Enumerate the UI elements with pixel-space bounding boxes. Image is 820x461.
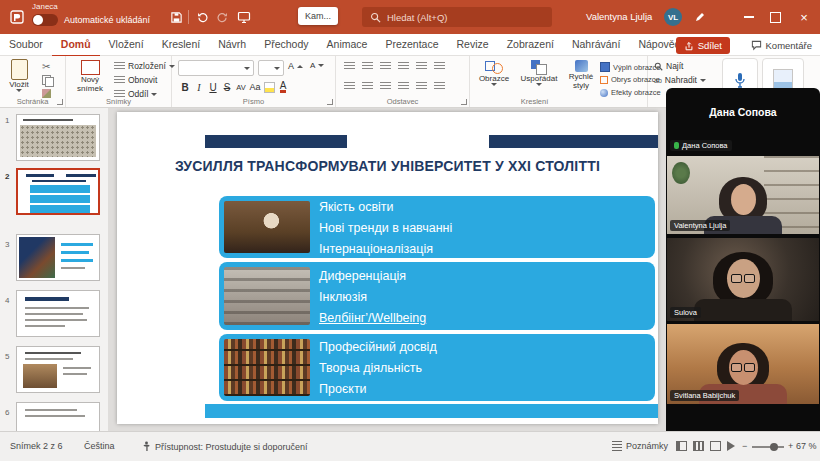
notes-label: Poznámky	[626, 441, 668, 451]
quick-styles-label1: Rychlé	[569, 72, 593, 81]
clipboard-dialog-launcher[interactable]	[57, 99, 63, 105]
reset-icon	[114, 76, 125, 85]
font-size-field[interactable]	[258, 60, 284, 76]
increase-indent-icon[interactable]	[398, 62, 409, 71]
align-right-icon[interactable]	[380, 82, 391, 91]
bullets-icon[interactable]	[344, 62, 355, 71]
shapes-button[interactable]: Obrazce	[474, 58, 514, 86]
slideshow-icon[interactable]	[727, 441, 735, 451]
box1-line2: Нові тренди в навчанні	[319, 218, 649, 239]
zoom-level[interactable]: 67 %	[796, 441, 817, 451]
shrink-font-button[interactable]: A	[310, 61, 324, 70]
font-name-field[interactable]	[178, 60, 254, 76]
slide-canvas[interactable]: ЗУСИЛЛЯ ТРАНСФОРМУВАТИ УНІВЕРСИТЕТ У XXI…	[117, 112, 658, 424]
comments-button[interactable]: Komentáře	[751, 37, 812, 54]
present-display-icon[interactable]	[236, 9, 252, 25]
line-spacing-icon[interactable]	[416, 62, 427, 71]
slide-title[interactable]: ЗУСИЛЛЯ ТРАНСФОРМУВАТИ УНІВЕРСИТЕТ У XXI…	[133, 158, 642, 174]
language-status[interactable]: Čeština	[84, 441, 115, 451]
tab-soubor[interactable]: Soubor	[0, 34, 52, 55]
font-dialog-launcher[interactable]	[327, 99, 333, 105]
clipboard-group-label: Schránka	[0, 97, 65, 106]
slide-thumbnail-2-selected[interactable]	[16, 168, 100, 215]
box2-line3-link[interactable]: Велбіінг’/Wellbeing	[319, 308, 649, 329]
decrease-indent-icon[interactable]	[380, 62, 391, 71]
normal-view-icon[interactable]	[676, 441, 687, 451]
tab-prezentace[interactable]: Prezentace	[376, 34, 447, 55]
slide-thumbnail-1[interactable]	[16, 114, 100, 161]
smartart-convert-icon[interactable]	[434, 82, 445, 91]
zoom-out-button[interactable]: −	[742, 441, 747, 451]
arrange-button[interactable]: Uspořádat	[516, 58, 562, 86]
tab-prechody[interactable]: Přechody	[255, 34, 317, 55]
new-slide-button[interactable]: Nový snímek	[72, 58, 108, 93]
search-box[interactable]: Hledat (Alt+Q)	[362, 7, 552, 27]
zoom-in-button[interactable]: +	[788, 441, 793, 451]
close-button[interactable]: ×	[788, 0, 820, 34]
grow-font-button[interactable]: A	[288, 61, 303, 71]
replace-button[interactable]: ab Nahradit	[654, 75, 706, 85]
reset-label: Obnovit	[128, 75, 157, 85]
tab-navrh[interactable]: Návrh	[209, 34, 255, 55]
slide-thumbnail-4[interactable]	[16, 290, 100, 337]
tab-nahravani[interactable]: Nahrávání	[563, 34, 629, 55]
align-center-icon[interactable]	[362, 82, 373, 91]
tab-vlozeni[interactable]: Vložení	[100, 34, 153, 55]
copy-button[interactable]	[42, 75, 52, 85]
slide-thumbnail-3[interactable]	[16, 234, 100, 281]
bold-button[interactable]: B	[178, 80, 192, 94]
autosave-toggle[interactable]	[32, 14, 58, 26]
character-spacing-button[interactable]: AV	[234, 80, 248, 94]
tab-animace[interactable]: Animace	[318, 34, 377, 55]
video-tile-svitlana[interactable]: Svitlana Babijchuk	[667, 324, 819, 404]
restore-button[interactable]	[762, 0, 788, 34]
user-name[interactable]: Valentyna Ljulja	[586, 11, 652, 22]
columns-icon[interactable]	[416, 82, 427, 91]
slide-thumbnail-6[interactable]	[16, 402, 100, 431]
reset-button[interactable]: Obnovit	[114, 75, 157, 85]
zoom-window-title: Дана Сопова	[666, 106, 820, 118]
quick-styles-button[interactable]: Rychlé styly	[564, 58, 598, 90]
tab-kresleni[interactable]: Kreslení	[153, 34, 210, 55]
redo-button[interactable]	[214, 9, 230, 25]
notes-button[interactable]: Poznámky	[612, 441, 668, 451]
slide-sorter-icon[interactable]	[693, 441, 704, 451]
find-button[interactable]: Najít	[654, 61, 683, 71]
content-box-1[interactable]: Якість освіти Нові тренди в навчанні Інт…	[219, 196, 655, 258]
highlight-button[interactable]	[262, 80, 276, 94]
minimize-button[interactable]	[736, 0, 762, 34]
content-box-2[interactable]: Диференціація Інклюзія Велбіінг’/Wellbei…	[219, 262, 655, 330]
reading-view-icon[interactable]	[710, 441, 721, 451]
zoom-slider-knob[interactable]	[770, 443, 778, 451]
save-button[interactable]	[168, 9, 184, 25]
paste-button[interactable]: Vložit	[4, 58, 34, 92]
tab-domu[interactable]: Domů	[52, 34, 100, 57]
video-tile-valentyna[interactable]: Valentyna Ljulja	[667, 156, 819, 234]
italic-button[interactable]: I	[192, 80, 206, 94]
paragraph-dialog-launcher[interactable]	[461, 99, 467, 105]
align-left-icon[interactable]	[344, 82, 355, 91]
bookshelf-photo	[224, 339, 310, 396]
find-icon	[654, 62, 663, 71]
zoom-slider[interactable]	[752, 446, 784, 448]
pen-icon[interactable]	[692, 9, 708, 25]
video-tile-sulova[interactable]: Sulova	[667, 238, 819, 321]
font-color-button[interactable]: A	[276, 80, 290, 94]
slide-thumbnail-5[interactable]	[16, 346, 100, 393]
change-case-button[interactable]: Aa	[248, 80, 262, 94]
undo-button[interactable]	[194, 9, 210, 25]
accessibility-status[interactable]: Přístupnost: Prostudujte si doporučení	[142, 441, 308, 452]
tab-revize[interactable]: Revize	[448, 34, 498, 55]
underline-button[interactable]: U	[206, 80, 220, 94]
strikethrough-button[interactable]: S	[220, 80, 234, 94]
content-box-3[interactable]: Професійний досвід Творча діяльність Про…	[219, 334, 655, 401]
font-style-row: B I U S AV Aa A	[178, 80, 290, 94]
share-button[interactable]: Sdílet	[676, 37, 730, 54]
avatar[interactable]: VL	[664, 8, 682, 26]
numbering-icon[interactable]	[362, 62, 373, 71]
justify-icon[interactable]	[398, 82, 409, 91]
tab-zobrazeni[interactable]: Zobrazení	[498, 34, 563, 55]
cut-button[interactable]: ✂	[42, 61, 50, 72]
text-direction-icon[interactable]	[434, 62, 445, 71]
layout-button[interactable]: Rozložení	[114, 61, 175, 71]
